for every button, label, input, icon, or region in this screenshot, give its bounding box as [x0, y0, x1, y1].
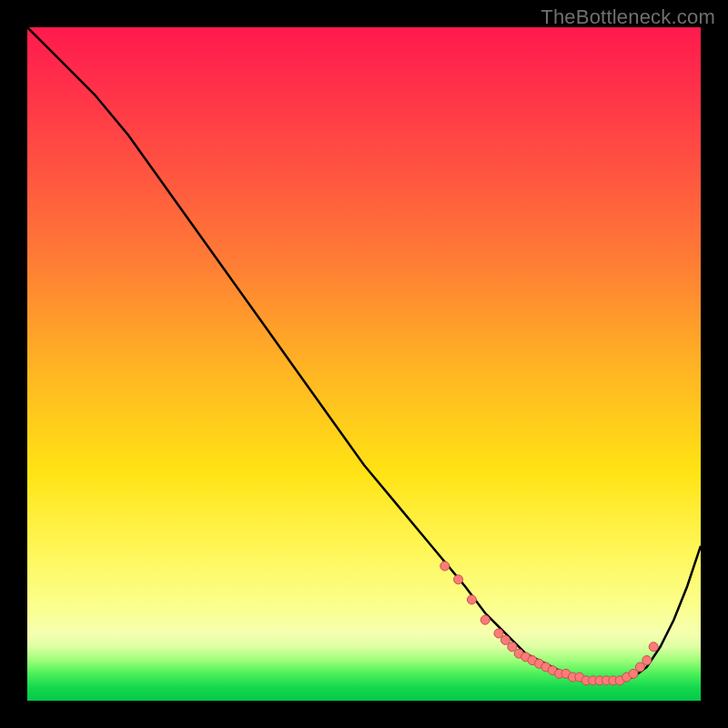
curve-marker: [642, 656, 652, 665]
plot-area: [27, 27, 701, 701]
curve-markers: [440, 561, 658, 685]
curve-marker: [500, 635, 510, 644]
bottleneck-curve: [27, 27, 701, 681]
curve-marker: [508, 642, 517, 652]
curve-marker: [494, 629, 503, 638]
curve-marker: [440, 561, 450, 571]
curve-marker: [649, 642, 658, 652]
curve-marker: [454, 575, 463, 584]
chart-frame: TheBottleneck.com: [0, 0, 728, 728]
curve-marker: [629, 669, 638, 678]
watermark-text: TheBottleneck.com: [541, 5, 715, 29]
curve-marker: [480, 615, 490, 624]
curve-marker: [635, 662, 644, 672]
curve-marker: [467, 595, 476, 604]
curve-svg: [27, 27, 701, 701]
